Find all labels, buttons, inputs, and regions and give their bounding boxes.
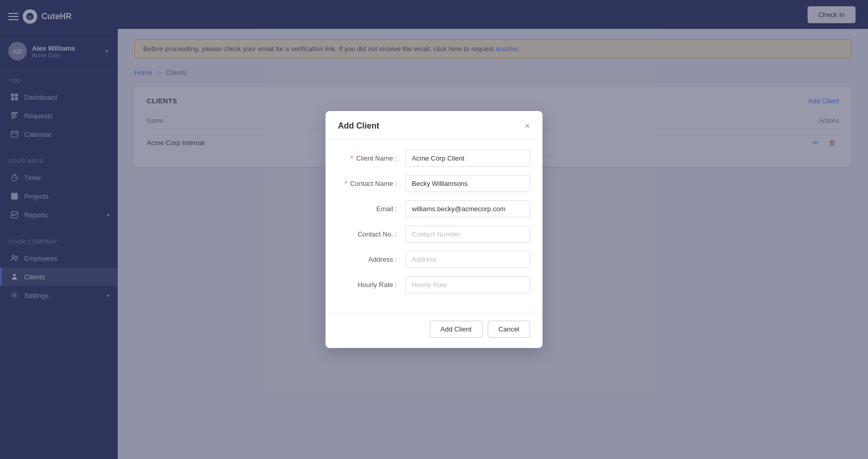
client-name-label: * Client Name : <box>338 154 405 162</box>
modal-header: Add Client × <box>326 111 542 139</box>
hourly-rate-row: Hourly Rate : <box>338 276 530 293</box>
contact-no-label: Contact No. : <box>338 230 405 238</box>
email-input[interactable] <box>405 200 530 217</box>
client-name-row: * Client Name : <box>338 150 530 167</box>
address-input[interactable] <box>405 251 530 268</box>
modal-add-client-button[interactable]: Add Client <box>430 321 483 338</box>
contact-name-input[interactable] <box>405 175 530 192</box>
contact-no-input[interactable] <box>405 226 530 243</box>
required-asterisk: * <box>351 154 353 162</box>
required-asterisk-2: * <box>345 180 347 187</box>
modal-title: Add Client <box>338 121 379 131</box>
contact-name-label: * Contact Name : <box>338 180 405 187</box>
modal-footer: Add Client Cancel <box>326 312 542 348</box>
email-row: Email : <box>338 200 530 217</box>
email-label: Email : <box>338 205 405 213</box>
modal-overlay[interactable]: Add Client × * Client Name : * Contact N… <box>0 0 868 459</box>
add-client-modal: Add Client × * Client Name : * Contact N… <box>326 111 542 348</box>
address-row: Address : <box>338 251 530 268</box>
contact-no-row: Contact No. : <box>338 226 530 243</box>
client-name-input[interactable] <box>405 150 530 167</box>
modal-close-button[interactable]: × <box>524 121 530 131</box>
hourly-rate-label: Hourly Rate : <box>338 281 405 289</box>
contact-name-row: * Contact Name : <box>338 175 530 192</box>
modal-body: * Client Name : * Contact Name : Email :… <box>326 139 542 312</box>
modal-cancel-button[interactable]: Cancel <box>488 321 530 338</box>
hourly-rate-input[interactable] <box>405 276 530 293</box>
address-label: Address : <box>338 256 405 263</box>
